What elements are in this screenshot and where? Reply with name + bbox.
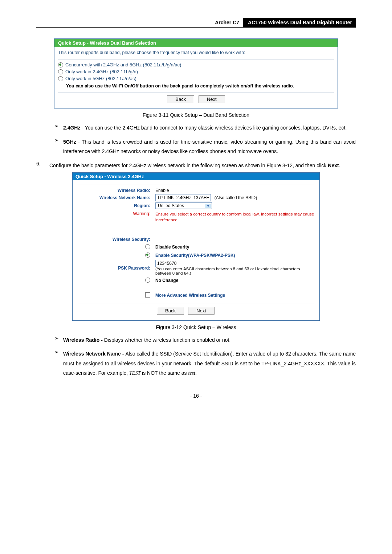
enable-security-option[interactable]: Enable Security(WPA-PSK/WPA2-PSK) <box>155 253 235 258</box>
ssid-hint: (Also called the SSID) <box>215 195 257 200</box>
radio-icon[interactable] <box>145 244 150 249</box>
wireless-24-panel: Quick Setup - Wireless 2.4GHz Wireless R… <box>72 172 320 320</box>
radio-icon[interactable] <box>145 278 150 283</box>
bullet-wireless-network-name: ➢ Wireless Network Name - Also called th… <box>54 349 356 378</box>
bullet-body: - You can use the 2.4GHz band to connect… <box>80 125 347 131</box>
dual-band-panel: Quick Setup - Wireless Dual Band Selecti… <box>54 38 338 108</box>
italic-test2: test <box>188 370 195 376</box>
bullet-body-b: is NOT the same as <box>140 370 188 376</box>
page-header: Archer C7 AC1750 Wireless Dual Band Giga… <box>36 18 356 28</box>
bullet-label: 2.4GHz <box>63 125 80 131</box>
bullet-label: 5GHz <box>63 139 76 145</box>
wireless-radio-value: Enable <box>155 188 314 193</box>
bullet-5ghz: ➢ 5GHz - This band is less crowded and i… <box>54 137 356 156</box>
figure-caption-312: Figure 3-12 Quick Setup – Wireless <box>36 324 356 330</box>
bullet-icon: ➢ <box>54 335 63 345</box>
band-option-5g[interactable]: Only work in 5GHz (802.11a/n/ac) <box>58 76 334 81</box>
region-label: Region: <box>78 203 155 208</box>
dual-band-panel-title: Quick Setup - Wireless Dual Band Selecti… <box>54 39 338 47</box>
wireless-security-label: Wireless Security: <box>78 237 155 242</box>
radio-selected-icon <box>58 62 63 67</box>
warning-label: Warning: <box>78 211 155 216</box>
region-select[interactable]: United States ▾ <box>155 202 212 209</box>
band-option-label: Only work in 2.4GHz (802.11b/g/n) <box>65 69 138 74</box>
psk-note: (You can enter ASCII characters between … <box>155 267 314 275</box>
region-value: United States <box>156 203 185 208</box>
radio-icon <box>58 69 63 74</box>
step-text: Configure the basic parameters for 2.4GH… <box>49 163 328 168</box>
step-number: 6. <box>36 161 49 171</box>
figure-caption-311: Figure 3-11 Quick Setup – Dual Band Sele… <box>36 112 356 118</box>
wifi-button-note: You can also use the Wi-Fi On/Off button… <box>66 83 334 89</box>
bullet-body: Displays whether the wireless function i… <box>104 337 231 343</box>
disable-security-option[interactable]: Disable Security <box>155 245 189 250</box>
next-button[interactable]: Next <box>188 307 215 315</box>
bullet-wireless-radio: ➢ Wireless Radio - Displays whether the … <box>54 335 356 345</box>
step-next: Next <box>328 163 339 168</box>
warning-text: Ensure you select a correct country to c… <box>155 211 314 223</box>
step-text-end: . <box>339 163 340 168</box>
band-option-label: Concurrently with 2.4GHz and 5GHz (802.1… <box>65 62 181 67</box>
product-title: AC1750 Wireless Dual Band Gigabit Router <box>243 18 356 27</box>
back-button[interactable]: Back <box>167 95 194 103</box>
radio-icon <box>58 76 63 81</box>
bullet-label: Wireless Network Name - <box>63 351 125 357</box>
page-number: - 16 - <box>36 393 356 399</box>
next-button[interactable]: Next <box>199 95 225 103</box>
bullet-icon: ➢ <box>54 137 63 156</box>
wireless-radio-label: Wireless Radio: <box>78 188 155 193</box>
chevron-down-icon: ▾ <box>205 204 211 208</box>
italic-test: TEST <box>129 370 140 376</box>
wireless-24-panel-title: Quick Setup - Wireless 2.4GHz <box>73 173 319 180</box>
dual-band-description: This router supports dual band, please c… <box>58 49 334 58</box>
psk-password-input[interactable]: 12345670 <box>155 260 178 267</box>
model-label: Archer C7 <box>211 18 243 27</box>
more-advanced-toggle[interactable]: More Advanced Wireless Settings <box>155 293 225 298</box>
bullet-icon: ➢ <box>54 349 63 378</box>
bullet-label: Wireless Radio - <box>63 337 104 343</box>
band-option-label: Only work in 5GHz (802.11a/n/ac) <box>65 76 136 81</box>
network-name-input[interactable]: TP-LINK_2.4GHz_137AFF <box>155 194 211 201</box>
checkbox-icon[interactable] <box>145 292 150 297</box>
bullet-24ghz: ➢ 2.4GHz - You can use the 2.4GHz band t… <box>54 123 356 133</box>
bullet-body-c: . <box>195 370 197 376</box>
band-option-concurrent[interactable]: Concurrently with 2.4GHz and 5GHz (802.1… <box>58 62 334 67</box>
back-button[interactable]: Back <box>157 307 184 315</box>
radio-selected-icon[interactable] <box>145 253 150 258</box>
step-6: 6. Configure the basic parameters for 2.… <box>36 161 356 171</box>
psk-password-label: PSK Password: <box>78 266 155 271</box>
band-option-2g[interactable]: Only work in 2.4GHz (802.11b/g/n) <box>58 69 334 74</box>
bullet-icon: ➢ <box>54 123 63 133</box>
bullet-body: - This band is less crowded and is used … <box>63 139 356 155</box>
network-name-label: Wireless Network Name: <box>78 195 155 200</box>
no-change-option[interactable]: No Change <box>155 278 178 283</box>
